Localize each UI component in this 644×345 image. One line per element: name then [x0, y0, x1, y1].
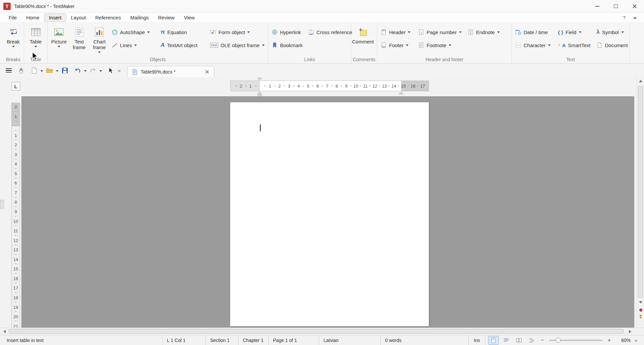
redo-button[interactable]: [88, 65, 98, 76]
left-indent-marker[interactable]: [258, 92, 262, 95]
menu-mailings[interactable]: Mailings: [125, 13, 153, 22]
scroll-right-button[interactable]: [626, 328, 634, 335]
cross-reference-button[interactable]: Cross reference: [306, 27, 350, 37]
undo-dropdown[interactable]: [83, 65, 88, 76]
split-view-handle[interactable]: [0, 200, 4, 209]
ruler-tick: [15, 121, 17, 121]
help-button[interactable]: ?: [620, 14, 629, 21]
header-icon: [381, 29, 387, 35]
select-pointer-button[interactable]: [105, 65, 116, 76]
text-caret: [260, 124, 261, 131]
menu-home[interactable]: Home: [21, 13, 44, 22]
main-menu-button[interactable]: [3, 65, 14, 76]
new-document-dropdown[interactable]: [39, 65, 44, 76]
menu-references[interactable]: References: [91, 13, 126, 22]
close-button[interactable]: [625, 0, 644, 12]
zoom-level[interactable]: 60%: [615, 338, 631, 343]
next-object-button[interactable]: [637, 313, 644, 320]
status-cursor-position[interactable]: L 1 Col 1: [162, 335, 205, 345]
open-button[interactable]: [44, 65, 55, 76]
equation-button[interactable]: π Equation: [159, 27, 208, 37]
textart-object-button[interactable]: A TextArt object: [159, 40, 208, 50]
maximize-button[interactable]: [607, 0, 625, 12]
view-mode-standard-button[interactable]: [488, 336, 499, 345]
vertical-ruler[interactable]: 21123456789101112131415161718192021: [11, 103, 20, 328]
status-word-count[interactable]: 0 words: [380, 335, 468, 345]
zoom-out-button[interactable]: −: [539, 337, 546, 344]
comment-button[interactable]: Comment: [353, 24, 373, 56]
date-time-button[interactable]: Date / time: [513, 27, 556, 37]
status-section[interactable]: Section 1: [205, 335, 238, 345]
ribbon-group-text: Date / time Character { } Field ⚡: [512, 23, 630, 63]
vertical-scrollbar[interactable]: [637, 77, 644, 328]
collapse-ribbon-button[interactable]: [631, 14, 639, 21]
view-mode-pages-button[interactable]: [514, 336, 524, 345]
horizontal-scrollbar-thumb[interactable]: [9, 329, 624, 334]
scroll-down-button[interactable]: [637, 299, 644, 306]
character-button[interactable]: Character: [513, 40, 556, 50]
ole-object-frame-button[interactable]: OLE OLE object frame: [208, 40, 267, 50]
open-dropdown[interactable]: [55, 65, 60, 76]
first-line-indent-marker[interactable]: [258, 78, 262, 81]
undo-button[interactable]: [72, 65, 83, 76]
horizontal-ruler[interactable]: 211234567891011121314151617: [230, 77, 429, 96]
document-page[interactable]: [230, 102, 429, 326]
close-tab-icon[interactable]: [205, 70, 209, 74]
lines-button[interactable]: Lines: [110, 40, 159, 50]
smarttext-button[interactable]: ⚡ A SmartText: [556, 40, 594, 50]
picture-button[interactable]: Picture: [49, 24, 69, 56]
bookmark-button[interactable]: Bookmark: [270, 40, 306, 50]
autoshape-button[interactable]: AutoShape: [110, 27, 159, 37]
status-chapter[interactable]: Chapter 1: [238, 335, 268, 345]
ribbon-group-breaks: Break Breaks: [3, 23, 24, 63]
form-object-button[interactable]: Form object: [208, 27, 267, 37]
zoom-in-button[interactable]: +: [606, 337, 613, 344]
status-page[interactable]: Page 1 of 1: [268, 335, 319, 345]
status-language[interactable]: Latvian: [319, 335, 380, 345]
pan-hand-button[interactable]: [16, 65, 27, 76]
symbol-button[interactable]: λ Symbol: [594, 27, 628, 37]
hyperlink-button[interactable]: Hyperlink: [270, 27, 306, 37]
horizontal-scrollbar[interactable]: [0, 328, 644, 335]
ruler-number: 5: [14, 171, 17, 176]
redo-dropdown[interactable]: [98, 65, 103, 76]
document-tab[interactable]: Table90%.docx *: [127, 66, 214, 78]
dropdown-caret-icon: [621, 31, 624, 33]
save-button[interactable]: [60, 65, 70, 76]
endnote-button[interactable]: Endnote: [466, 27, 502, 37]
break-button[interactable]: Break: [4, 24, 22, 56]
text-frame-button[interactable]: Text frame: [69, 24, 90, 56]
scroll-left-button[interactable]: [1, 328, 8, 335]
zoom-slider-thumb[interactable]: [556, 338, 561, 343]
menu-file[interactable]: File: [4, 13, 21, 22]
page-number-button[interactable]: 1 Page number: [416, 27, 466, 37]
new-document-button[interactable]: [29, 65, 39, 76]
zoom-slider[interactable]: [549, 340, 603, 341]
field-button[interactable]: { } Field: [556, 27, 594, 37]
menu-view[interactable]: View: [179, 13, 199, 22]
tab-stop-selector[interactable]: L: [11, 82, 20, 91]
footer-button[interactable]: Footer: [379, 40, 416, 50]
browse-object-button[interactable]: [637, 307, 644, 313]
ruler-tick: [255, 86, 256, 87]
vertical-scrollbar-thumb[interactable]: [638, 86, 643, 298]
chart-frame-button[interactable]: Chart frame: [89, 24, 110, 56]
table-button[interactable]: Table: [25, 24, 46, 56]
statusbar-overflow-chevron[interactable]: »: [635, 337, 637, 343]
menu-insert[interactable]: Insert: [44, 13, 66, 22]
menu-layout[interactable]: Layout: [66, 13, 91, 22]
view-mode-outline-button[interactable]: [526, 336, 537, 345]
right-indent-marker[interactable]: [399, 92, 403, 95]
view-mode-continuous-button[interactable]: [501, 336, 512, 345]
scroll-up-button[interactable]: [637, 77, 644, 85]
table-icon: [31, 25, 41, 39]
document-button[interactable]: Document: [594, 40, 628, 50]
document-icon: [596, 42, 603, 48]
minimize-button[interactable]: [588, 0, 607, 12]
menu-review[interactable]: Review: [154, 13, 179, 22]
header-button[interactable]: Header: [379, 27, 416, 37]
status-insert-mode[interactable]: Ins: [468, 335, 485, 345]
document-viewport[interactable]: [21, 96, 634, 328]
footnote-button[interactable]: Footnote: [416, 40, 466, 50]
toolbar-overflow-chevron[interactable]: »: [116, 68, 122, 73]
